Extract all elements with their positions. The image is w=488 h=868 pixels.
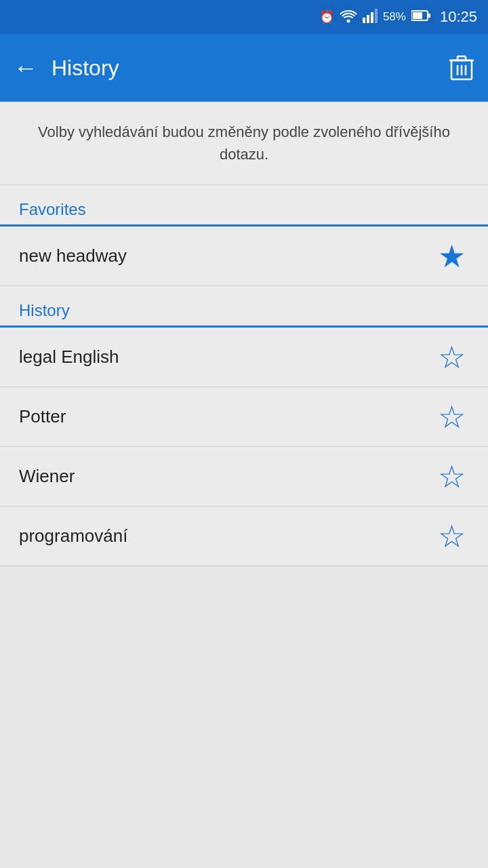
toolbar-title: History bbox=[52, 56, 449, 81]
info-message: Volby vyhledávání budou změněny podle zv… bbox=[0, 102, 488, 185]
star-button[interactable]: ☆ bbox=[434, 399, 469, 435]
item-text: Wiener bbox=[19, 466, 434, 487]
list-item[interactable]: Potter ☆ bbox=[0, 387, 488, 447]
content-area: Volby vyhledávání budou změněny podle zv… bbox=[0, 102, 488, 566]
star-outline-icon: ☆ bbox=[438, 401, 466, 433]
svg-rect-2 bbox=[367, 15, 369, 23]
star-outline-icon: ☆ bbox=[438, 521, 466, 552]
wifi-icon bbox=[340, 8, 357, 26]
star-button[interactable]: ★ bbox=[434, 239, 469, 274]
star-outline-icon: ☆ bbox=[438, 461, 466, 492]
svg-point-0 bbox=[346, 19, 350, 22]
status-time: 10:25 bbox=[440, 8, 477, 26]
item-text: programování bbox=[19, 526, 434, 547]
list-item[interactable]: new headway ★ bbox=[0, 226, 488, 286]
star-button[interactable]: ☆ bbox=[434, 459, 469, 494]
item-text: new headway bbox=[19, 245, 434, 267]
star-button[interactable]: ☆ bbox=[434, 340, 469, 375]
battery-percent: 58% bbox=[383, 10, 406, 24]
svg-rect-1 bbox=[363, 18, 365, 23]
svg-rect-10 bbox=[458, 56, 466, 60]
svg-rect-6 bbox=[413, 12, 422, 19]
svg-rect-4 bbox=[375, 9, 378, 23]
back-button[interactable]: ← bbox=[14, 56, 38, 80]
item-text: legal English bbox=[19, 347, 434, 368]
list-item[interactable]: legal English ☆ bbox=[0, 328, 488, 387]
battery-icon bbox=[411, 10, 430, 24]
toolbar: ← History bbox=[0, 34, 488, 102]
star-outline-icon: ☆ bbox=[438, 342, 466, 373]
delete-button[interactable] bbox=[449, 54, 474, 82]
star-filled-icon: ★ bbox=[438, 241, 466, 272]
favorites-section-header: Favorites bbox=[0, 185, 488, 224]
svg-rect-3 bbox=[371, 12, 373, 23]
list-item[interactable]: Wiener ☆ bbox=[0, 447, 488, 507]
status-icons: ⏰ 58% 10:25 bbox=[319, 8, 477, 26]
list-item[interactable]: programování ☆ bbox=[0, 507, 488, 566]
item-text: Potter bbox=[19, 406, 434, 427]
star-button[interactable]: ☆ bbox=[434, 519, 469, 554]
signal-icon bbox=[363, 8, 378, 26]
status-bar: ⏰ 58% 10:25 bbox=[0, 0, 488, 34]
alarm-icon: ⏰ bbox=[319, 9, 334, 24]
svg-rect-7 bbox=[428, 14, 430, 18]
history-section-header: History bbox=[0, 286, 488, 326]
